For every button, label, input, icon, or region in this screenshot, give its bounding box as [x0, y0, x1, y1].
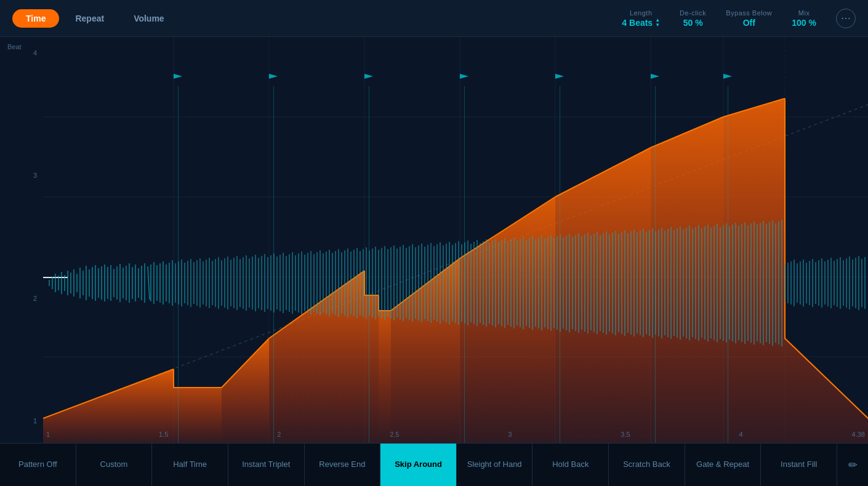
preset-sleight-of-hand[interactable]: Sleight of Hand — [457, 444, 533, 486]
x-label-1-5: 1.5 — [159, 431, 168, 438]
preset-reverse-end[interactable]: Reverse End — [305, 444, 381, 486]
x-axis: 1 1.5 2 2.5 3 3.5 4 4.38 — [43, 431, 868, 438]
flag-icon — [460, 74, 468, 86]
flag-icon — [651, 74, 659, 86]
tab-group: Time Repeat Volume — [12, 9, 178, 28]
top-bar: Time Repeat Volume Length 4 Beats ▲▼ De-… — [0, 0, 868, 37]
x-label-2: 2 — [277, 431, 281, 438]
flag-icon — [723, 74, 732, 86]
beat-flag-7 — [723, 74, 732, 443]
beat-flag-2 — [269, 74, 278, 443]
bypass-label: Bypass Below — [726, 9, 772, 17]
x-label-2-5: 2.5 — [390, 431, 399, 438]
preset-instant-triplet[interactable]: Instant Triplet — [228, 444, 305, 486]
declick-value[interactable]: 50 % — [683, 18, 703, 28]
chart-svg[interactable] — [43, 37, 868, 443]
tab-time[interactable]: Time — [12, 9, 59, 28]
y-label-4: 4 — [6, 49, 37, 57]
preset-hold-back[interactable]: Hold Back — [532, 444, 609, 486]
preset-custom[interactable]: Custom — [76, 444, 153, 486]
flag-line — [464, 86, 465, 443]
preset-gate-repeat[interactable]: Gate & Repeat — [685, 444, 762, 486]
preset-skip-around[interactable]: Skip Around — [380, 444, 457, 486]
flag-icon — [364, 74, 373, 86]
tab-repeat[interactable]: Repeat — [62, 9, 118, 28]
mix-label: Mix — [798, 9, 810, 17]
y-label-1: 1 — [6, 417, 37, 424]
top-controls: Length 4 Beats ▲▼ De-click 50 % Bypass B… — [622, 9, 856, 28]
flag-line — [178, 86, 179, 443]
length-arrows: ▲▼ — [655, 18, 660, 28]
length-value[interactable]: 4 Beats ▲▼ — [622, 18, 660, 28]
beat-flag-5 — [555, 74, 564, 443]
flag-line — [655, 86, 656, 443]
preset-scratch-back[interactable]: Scratch Back — [609, 444, 685, 486]
tab-volume[interactable]: Volume — [120, 9, 178, 28]
mix-value[interactable]: 100 % — [792, 18, 816, 28]
edit-button[interactable]: ✏ — [837, 444, 868, 486]
beat-flag-6 — [651, 74, 659, 443]
length-label: Length — [630, 9, 653, 17]
bottom-bar: Pattern Off Custom Half Time Instant Tri… — [0, 443, 868, 486]
flag-line — [369, 86, 369, 443]
flag-icon — [555, 74, 564, 86]
x-label-1: 1 — [46, 431, 50, 438]
preset-pattern-off[interactable]: Pattern Off — [0, 444, 76, 486]
flag-line — [273, 86, 274, 443]
y-label-3: 3 — [6, 172, 37, 179]
bypass-value[interactable]: Off — [743, 18, 755, 28]
more-button[interactable]: ⋯ — [836, 9, 856, 28]
ctrl-mix: Mix 100 % — [792, 9, 816, 28]
flag-line — [560, 86, 560, 443]
x-label-4-38: 4.38 — [852, 431, 865, 438]
ctrl-bypass: Bypass Below Off — [726, 9, 772, 28]
x-label-4: 4 — [739, 431, 743, 438]
ctrl-declick: De-click 50 % — [680, 9, 706, 28]
y-axis: 4 3 2 1 — [0, 37, 43, 443]
flag-line — [728, 86, 728, 443]
main-chart-area: Beat 4 3 2 1 — [0, 37, 868, 443]
beat-flag-4 — [460, 74, 468, 443]
preset-half-time[interactable]: Half Time — [152, 444, 228, 486]
orange-segment-3 — [222, 338, 269, 443]
beat-flag-1 — [174, 74, 182, 443]
x-label-3: 3 — [508, 431, 512, 438]
y-label-2: 2 — [6, 295, 37, 302]
flag-icon — [269, 74, 278, 86]
x-label-3-5: 3.5 — [621, 431, 630, 438]
declick-label: De-click — [680, 9, 706, 17]
preset-instant-fill[interactable]: Instant Fill — [761, 444, 837, 486]
flag-icon — [174, 74, 182, 86]
beat-flag-3 — [364, 74, 373, 443]
ctrl-length: Length 4 Beats ▲▼ — [622, 9, 660, 28]
